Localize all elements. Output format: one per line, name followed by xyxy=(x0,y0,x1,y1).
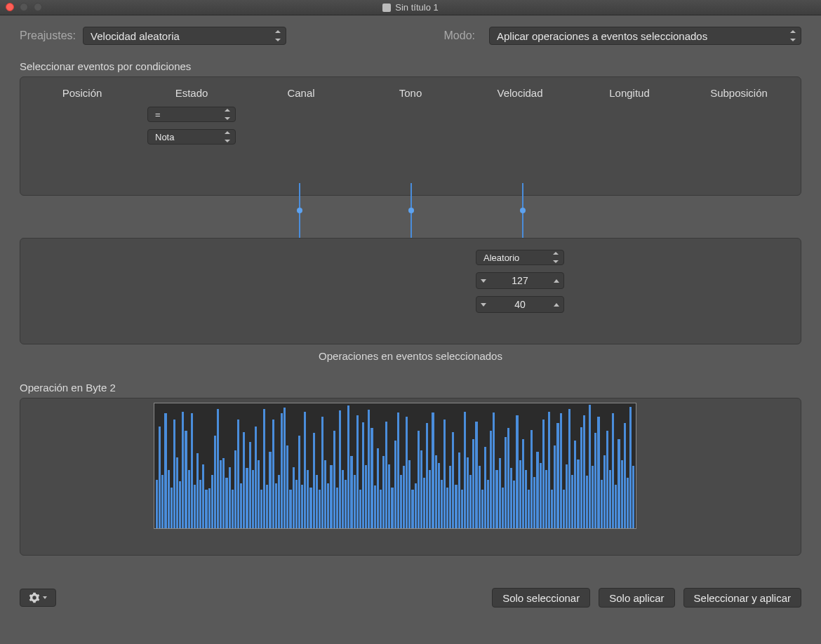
minimize-window-button[interactable] xyxy=(20,3,28,11)
connector xyxy=(299,183,300,238)
bar xyxy=(469,475,472,528)
bar xyxy=(354,475,356,528)
bar xyxy=(252,470,254,528)
bar xyxy=(324,460,326,528)
bar xyxy=(232,490,234,528)
preset-select[interactable]: Velocidad aleatoria xyxy=(83,27,286,45)
bar xyxy=(621,460,623,528)
gear-icon xyxy=(29,592,40,603)
bar xyxy=(185,431,187,528)
bar xyxy=(487,480,489,528)
settings-menu-button[interactable] xyxy=(20,589,56,607)
bar xyxy=(583,415,585,528)
bar xyxy=(365,465,367,528)
bar xyxy=(542,420,545,528)
estado-type-select[interactable]: Nota xyxy=(147,129,236,145)
bar xyxy=(411,490,413,528)
bar xyxy=(472,439,474,528)
bar xyxy=(191,413,193,528)
bar xyxy=(246,468,248,528)
bar xyxy=(211,475,213,528)
chevron-up-icon xyxy=(554,303,559,307)
bar xyxy=(179,481,181,528)
connector-node xyxy=(297,208,302,213)
bar xyxy=(507,428,509,528)
bar xyxy=(309,488,312,528)
bar xyxy=(624,423,626,528)
bar xyxy=(182,412,184,528)
bar xyxy=(281,413,283,528)
bar xyxy=(333,431,335,528)
bar xyxy=(156,480,158,528)
zoom-window-button[interactable] xyxy=(34,3,42,11)
bar xyxy=(214,436,216,528)
conditions-panel: Posición Estado Canal Tono Velocidad Lon… xyxy=(20,76,801,196)
bar xyxy=(528,490,530,528)
byte2-panel xyxy=(20,398,801,556)
connector xyxy=(410,183,412,238)
connector xyxy=(522,183,523,238)
bar xyxy=(540,463,542,528)
bar xyxy=(359,490,361,528)
bar xyxy=(234,450,236,528)
velocity-high-stepper[interactable]: 127 xyxy=(476,272,564,289)
select-and-apply-button[interactable]: Seleccionar y aplicar xyxy=(683,588,801,608)
bar xyxy=(554,445,556,528)
bar xyxy=(266,485,268,528)
bar xyxy=(171,488,173,528)
bar xyxy=(580,427,582,528)
velocity-mode-select[interactable]: Aleatorio xyxy=(476,250,564,265)
bar xyxy=(479,466,481,528)
bar xyxy=(438,463,440,528)
bar xyxy=(629,407,632,528)
stepper-increment[interactable] xyxy=(551,297,562,312)
bar xyxy=(467,457,469,528)
stepper-decrement[interactable] xyxy=(478,273,489,288)
bar xyxy=(551,490,553,528)
stepper-decrement[interactable] xyxy=(478,297,489,312)
estado-operator-select[interactable]: = xyxy=(147,107,236,122)
close-window-button[interactable] xyxy=(6,3,14,11)
preset-value: Velocidad aleatoria xyxy=(91,30,180,42)
mode-select[interactable]: Aplicar operaciones a eventos selecciona… xyxy=(489,27,801,45)
bar xyxy=(420,450,422,528)
window-title-text: Sin título 1 xyxy=(395,2,438,13)
bar xyxy=(458,452,460,528)
bar xyxy=(188,470,190,528)
bar xyxy=(408,460,410,528)
bar xyxy=(502,488,504,528)
bar xyxy=(435,455,437,528)
preset-label: Preajustes: xyxy=(20,29,76,42)
column-header: Posición xyxy=(27,87,137,99)
bar xyxy=(208,488,211,528)
bar xyxy=(455,485,457,528)
bar xyxy=(240,483,242,528)
bar xyxy=(394,441,396,528)
bar xyxy=(286,445,288,528)
bar xyxy=(481,490,483,528)
column-header: Velocidad xyxy=(465,87,575,99)
bar xyxy=(606,431,608,528)
bar xyxy=(196,453,199,528)
bar xyxy=(380,490,382,528)
bar xyxy=(377,448,379,528)
conditions-section-label: Seleccionar eventos por condiciones xyxy=(20,60,801,72)
bar xyxy=(461,490,463,528)
bar xyxy=(249,442,251,528)
bar xyxy=(222,458,225,528)
bar xyxy=(464,412,466,528)
select-only-button[interactable]: Solo seleccionar xyxy=(492,588,590,608)
bar xyxy=(304,412,306,528)
estado-type-value: Nota xyxy=(155,132,174,142)
window-controls xyxy=(6,3,42,11)
bar xyxy=(560,413,562,528)
bar xyxy=(263,409,265,528)
bar xyxy=(336,488,338,528)
stepper-increment[interactable] xyxy=(551,273,562,288)
velocity-low-stepper[interactable]: 40 xyxy=(476,296,564,313)
bar xyxy=(566,464,568,528)
bar xyxy=(229,467,231,528)
bar xyxy=(499,458,501,528)
apply-only-button[interactable]: Solo aplicar xyxy=(599,588,674,608)
chevron-down-icon xyxy=(481,279,486,283)
